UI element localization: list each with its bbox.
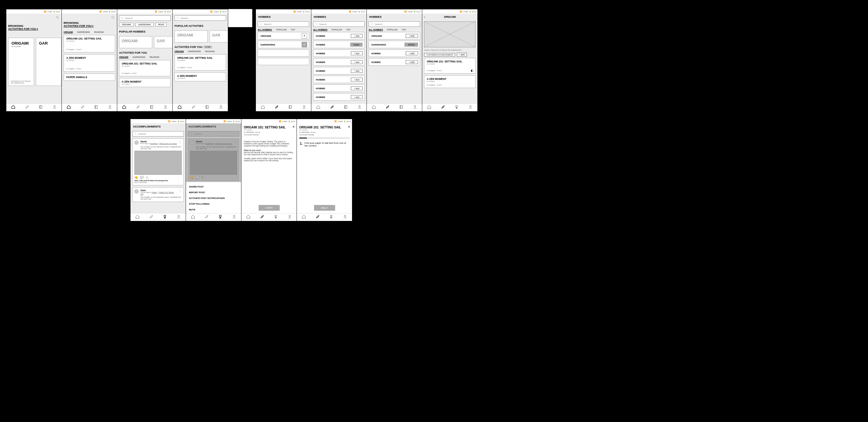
add-button[interactable]: + Add (351, 34, 363, 38)
search-icon[interactable] (111, 16, 115, 20)
tab-popular[interactable]: POPULAR (332, 29, 342, 31)
post-image[interactable] (134, 151, 182, 175)
tab-reading[interactable]: READING (150, 56, 159, 58)
hobby-row[interactable]: HOBBIE+ ADD (369, 58, 420, 66)
hobby-row[interactable]: ORIGAMI+ ADD (369, 32, 420, 39)
sheet-share[interactable]: SHARE POST (189, 184, 238, 190)
tab-origami[interactable]: ORIGAMI (64, 31, 73, 33)
nav-library[interactable] (146, 105, 157, 110)
nav-home[interactable] (313, 105, 324, 110)
add-button[interactable]: + Add (351, 51, 363, 55)
add-button[interactable]: + Add (351, 78, 363, 81)
nav-profile[interactable] (173, 215, 184, 220)
sheet-stop-following[interactable]: STOP FOLLOWING (189, 201, 238, 207)
nav-profile[interactable] (49, 105, 60, 110)
add-button[interactable]: + Add (351, 69, 363, 73)
nav-discover[interactable] (271, 105, 282, 110)
nav-home[interactable] (119, 105, 130, 110)
added-icon[interactable]: ✓ (302, 42, 307, 47)
nav-home[interactable] (257, 105, 269, 110)
add-button[interactable]: + Add (351, 86, 363, 90)
search-input[interactable]: Search (313, 21, 365, 27)
activity-card[interactable]: ORIGAMI 101: SETTING SAILby Hobbie In Or… (119, 60, 170, 76)
nav-profile[interactable] (104, 105, 116, 110)
activity-card[interactable]: ORIGAMI 101: SETTING SAILby Hobbie In Or… (175, 54, 226, 70)
nav-home[interactable] (187, 215, 198, 220)
tab-reading[interactable]: READING (94, 31, 104, 33)
tab-all[interactable]: ALL HOBBIES (369, 29, 383, 31)
comment-icon[interactable]: 💬 (140, 176, 144, 179)
post-menu-icon[interactable]: ⋮ (179, 189, 182, 192)
nav-home[interactable] (174, 105, 185, 110)
activity-card[interactable]: PAPER ANIMALS (64, 73, 115, 81)
nav-discover[interactable] (132, 105, 144, 110)
hobby-row[interactable]: HOBBIE+ Add (313, 84, 365, 92)
tab-all[interactable]: ALL HOBBIES (258, 29, 272, 31)
hobby-row[interactable]: HOBBIE+ Add (313, 32, 365, 39)
hobby-row[interactable]: ORIGAMI+ (258, 32, 309, 39)
nav-trophy[interactable] (270, 215, 281, 220)
nav-profile[interactable] (354, 105, 365, 110)
add-button[interactable]: + ADD (406, 34, 418, 38)
add-button[interactable]: + ADD (457, 53, 467, 57)
nav-profile[interactable] (465, 105, 476, 110)
nav-discover[interactable] (382, 105, 393, 110)
add-icon[interactable]: + (302, 33, 307, 38)
activity-card[interactable]: A ZEN MOMENTby Hobbie (175, 72, 226, 81)
sheet-notifications[interactable]: ACTIVATE POST NOTIFICATIONS (189, 195, 238, 201)
search-input[interactable]: Search (258, 21, 309, 27)
hobby-row[interactable]: HOBBIE+ Add (313, 58, 365, 66)
hobby-hero[interactable]: ORIGAMI (175, 30, 208, 42)
nav-discover[interactable] (256, 215, 268, 220)
hobby-row[interactable] (258, 58, 309, 65)
nav-discover[interactable] (201, 215, 212, 220)
nav-discover[interactable] (327, 105, 338, 110)
add-button[interactable]: + Add (351, 95, 363, 99)
nav-home[interactable] (132, 215, 143, 220)
hobby-row[interactable]: HOBBIE+ ADD (369, 50, 420, 57)
hobby-row[interactable]: HOBBIE+ Add (313, 67, 365, 74)
tab-all[interactable]: ALL HOBBIES (313, 29, 327, 31)
hobby-row[interactable] (258, 50, 309, 57)
tab-popular[interactable]: POPULAR (387, 29, 397, 31)
nav-discover[interactable] (22, 105, 33, 110)
hobby-row[interactable]: HOBBIE+ Add (313, 50, 365, 57)
nav-profile[interactable] (284, 215, 296, 220)
nav-trophy[interactable] (451, 105, 462, 110)
tab-origami[interactable]: ORIGAMI (175, 50, 184, 53)
activities-for-you-dropdown[interactable]: ACTIVITIES FOR YOU (8, 27, 60, 30)
nav-library[interactable] (202, 105, 213, 110)
search-input[interactable]: Search (175, 16, 226, 21)
add-button[interactable]: + ADD (406, 60, 418, 64)
tab-top[interactable]: TOP (291, 29, 295, 31)
added-button[interactable]: ADDED (404, 42, 418, 47)
feed-post[interactable]: Daniel 8 min ago in Gardening › Taking C… (132, 138, 184, 185)
nav-profile[interactable] (216, 105, 227, 110)
nav-home[interactable] (8, 105, 19, 110)
tab-top[interactable]: TOP (346, 29, 350, 31)
close-icon[interactable]: ✕ (348, 125, 350, 128)
post-author[interactable]: Clara (141, 189, 177, 191)
tab-gardening[interactable]: GARDENING (188, 50, 201, 53)
activity-card[interactable]: A ZEN MOMENTby Hobbie (119, 78, 170, 87)
nav-discover[interactable] (312, 215, 323, 220)
feed-post[interactable]: Clara 2 hours ago in Origami › Origami 1… (132, 187, 184, 202)
added-button[interactable]: Added (350, 42, 363, 47)
post-author[interactable]: Daniel (141, 141, 177, 143)
nav-home[interactable] (424, 105, 435, 110)
comments-link[interactable]: See 2 comments (134, 181, 182, 183)
nav-profile[interactable] (410, 105, 421, 110)
tab-gardening[interactable]: GARDENING (133, 56, 146, 58)
search-input[interactable]: Search (132, 131, 184, 137)
nav-trophy[interactable] (215, 215, 226, 220)
post-menu-icon[interactable]: ⋮ (179, 141, 182, 144)
hobby-row[interactable]: GARDENINGADDED (369, 41, 420, 48)
nav-home[interactable] (63, 105, 74, 110)
back-button[interactable]: ‹ (424, 16, 425, 19)
hobby-hero[interactable]: ORIGAMI (119, 36, 152, 48)
like-icon[interactable]: 👊 (134, 176, 138, 179)
search-input[interactable]: Search (119, 16, 170, 21)
add-button[interactable]: + ADD (406, 51, 418, 55)
hobby-row[interactable]: HOBBIE+ Add (313, 93, 365, 101)
nav-library[interactable] (91, 105, 102, 110)
